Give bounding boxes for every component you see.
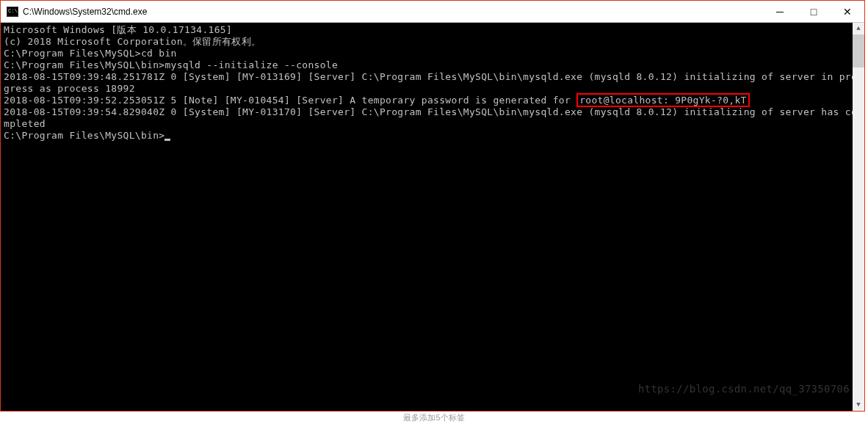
cmd-icon [7, 7, 18, 17]
maximize-button[interactable]: □ [797, 1, 831, 22]
bottom-hint-text: 最多添加5个标签 [403, 412, 464, 423]
prompt-text: C:\Program Files\MySQL\bin> [4, 130, 164, 141]
minimize-button[interactable]: ─ [763, 1, 797, 22]
terminal-line: 2018-08-15T09:39:48.251781Z 0 [System] [… [4, 71, 861, 95]
password-highlight: root@localhost: 9P0gYk-?0,kT [576, 93, 750, 107]
terminal-line: 2018-08-15T09:39:54.829040Z 0 [System] [… [4, 106, 861, 130]
terminal-prompt: C:\Program Files\MySQL\bin> [4, 130, 170, 141]
watermark: https://blog.csdn.net/qq_37350706 [638, 383, 850, 395]
close-button[interactable]: ✕ [831, 1, 864, 22]
terminal-line: Microsoft Windows [版本 10.0.17134.165] [4, 24, 861, 36]
titlebar[interactable]: C:\Windows\System32\cmd.exe ─ □ ✕ [1, 1, 864, 23]
scrollbar-thumb[interactable] [853, 34, 864, 67]
terminal-output[interactable]: Microsoft Windows [版本 10.0.17134.165](c)… [1, 23, 864, 411]
window-controls: ─ □ ✕ [763, 1, 864, 22]
scrollbar[interactable]: ▲ ▼ [853, 23, 864, 411]
terminal-line: C:\Program Files\MySQL\bin>mysqld --init… [4, 59, 861, 71]
window-title: C:\Windows\System32\cmd.exe [23, 7, 763, 17]
scrollbar-up-button[interactable]: ▲ [853, 23, 864, 34]
terminal-line: (c) 2018 Microsoft Corporation。保留所有权利。 [4, 36, 861, 48]
scrollbar-down-button[interactable]: ▼ [853, 399, 864, 411]
terminal-text: 2018-08-15T09:39:52.253051Z 5 [Note] [MY… [4, 95, 576, 106]
cmd-window: C:\Windows\System32\cmd.exe ─ □ ✕ Micros… [0, 0, 865, 412]
terminal-line: 2018-08-15T09:39:52.253051Z 5 [Note] [MY… [4, 95, 861, 106]
cursor [164, 139, 170, 141]
terminal-line: C:\Program Files\MySQL>cd bin [4, 48, 861, 59]
